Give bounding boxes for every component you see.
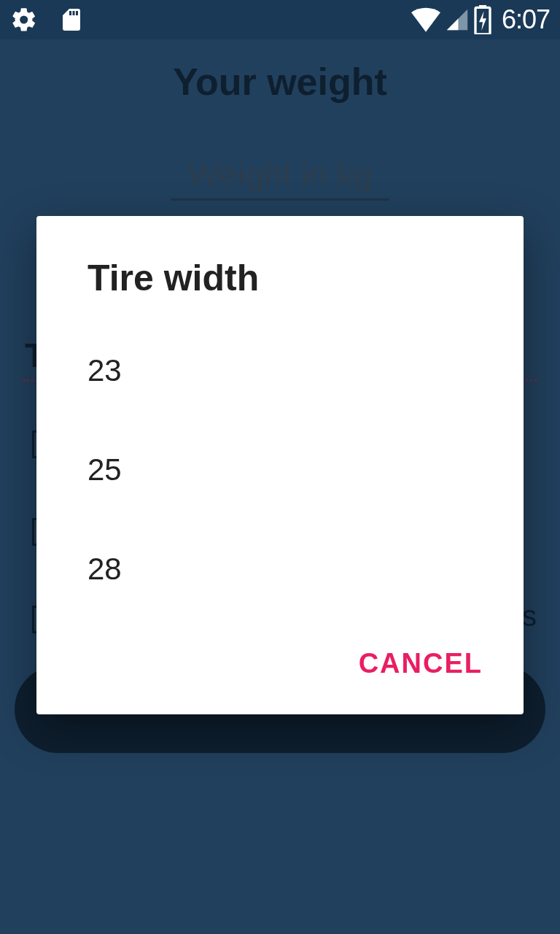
status-right: 6:07 <box>411 4 550 35</box>
wifi-icon <box>411 7 440 32</box>
battery-charging-icon <box>474 5 491 34</box>
tire-width-option-23[interactable]: 23 <box>36 321 524 420</box>
settings-icon <box>10 6 38 34</box>
cell-signal-icon <box>445 7 470 32</box>
tire-width-option-28[interactable]: 28 <box>36 520 524 619</box>
dialog-title: Tire width <box>36 216 524 321</box>
status-time: 6:07 <box>502 4 550 35</box>
tire-width-option-25[interactable]: 25 <box>36 420 524 520</box>
cancel-button[interactable]: CANCEL <box>347 641 494 687</box>
status-bar: 6:07 <box>0 0 560 39</box>
dialog-actions: CANCEL <box>36 619 524 700</box>
svg-rect-1 <box>479 5 486 9</box>
status-left <box>10 5 85 34</box>
sd-card-icon <box>58 5 85 34</box>
tire-width-dialog: Tire width 23 25 28 CANCEL <box>36 216 524 714</box>
